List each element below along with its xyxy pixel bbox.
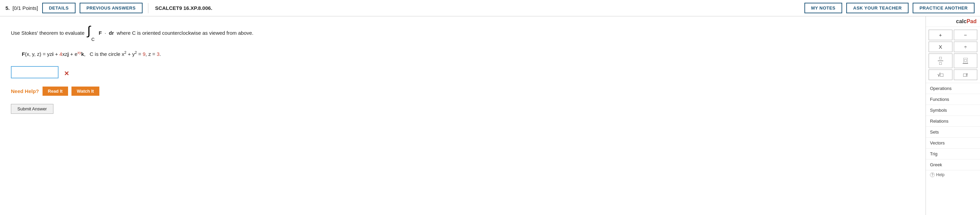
menu-item-vectors[interactable]: Vectors xyxy=(926,138,980,149)
answer-input-box[interactable] xyxy=(11,66,59,79)
watch-it-button[interactable]: Watch It xyxy=(72,87,99,96)
multiply-button[interactable]: X xyxy=(929,42,953,52)
calcpad-sidebar: calcPad + − X ÷ □ □ □ xyxy=(926,16,980,215)
dot-product: · xyxy=(105,30,106,36)
calcpad-buttons: + − X ÷ □ □ □ xyxy=(926,27,980,83)
menu-item-operations[interactable]: Operations xyxy=(926,83,980,94)
math-equation-line: F(x, y, z) = yzi + 4xzj + exyk, C is the… xyxy=(22,49,915,59)
menu-item-sets[interactable]: Sets xyxy=(926,127,980,138)
fraction-button[interactable]: □ □ xyxy=(929,53,953,68)
incorrect-mark: ✕ xyxy=(64,70,69,77)
menu-item-functions[interactable]: Functions xyxy=(926,94,980,105)
fraction-icon: □ □ xyxy=(930,56,951,66)
where-text: where C is oriented counterclockwise as … xyxy=(117,30,253,36)
integral-subscript: C xyxy=(92,35,95,43)
divide-button[interactable]: ÷ xyxy=(954,42,978,52)
header-bar: 5. [0/1 Points] DETAILS PREVIOUS ANSWERS… xyxy=(0,0,980,16)
q-num: 5. xyxy=(5,5,10,11)
bold-dr: dr xyxy=(109,30,114,36)
menu-item-greek[interactable]: Greek xyxy=(926,159,980,170)
bold-F: F xyxy=(99,30,102,36)
F-function: F xyxy=(22,51,25,57)
problem-text: Use Stokes' theorem to evaluate ∫ C F · … xyxy=(11,24,915,42)
problem-section: Use Stokes' theorem to evaluate ∫ C F · … xyxy=(0,16,926,215)
answer-row: ✕ xyxy=(11,66,915,81)
need-help-row: Need Help? Read It Watch It xyxy=(11,87,915,96)
instruction-text: Use Stokes' theorem to evaluate xyxy=(11,30,84,36)
help-label: Help xyxy=(936,172,945,177)
calcpad-help[interactable]: ? Help xyxy=(926,170,980,179)
plus-button[interactable]: + xyxy=(929,30,953,40)
box-fraction-button[interactable]: □ xyxy=(954,53,978,68)
previous-answers-button[interactable]: PREVIOUS ANSWERS xyxy=(80,3,143,13)
menu-item-relations[interactable]: Relations xyxy=(926,116,980,127)
factorial-button[interactable]: □! xyxy=(954,69,978,80)
pad-text: Pad xyxy=(967,18,977,24)
ask-teacher-button[interactable]: ASK YOUR TEACHER xyxy=(846,3,908,13)
help-icon: ? xyxy=(930,172,935,177)
submit-answer-button[interactable]: Submit Answer xyxy=(11,104,53,114)
box-fraction-icon: □ xyxy=(956,58,976,64)
minus-button[interactable]: − xyxy=(954,30,978,40)
calc-text: calc xyxy=(956,18,967,24)
question-number: 5. [0/1 Points] xyxy=(5,5,38,11)
menu-item-trig[interactable]: Trig xyxy=(926,149,980,159)
exponent-xy: xy xyxy=(78,50,81,55)
problem-id: SCALCET9 16.XP.8.006. xyxy=(155,5,212,11)
calcpad-menu: Operations Functions Symbols Relations S… xyxy=(926,83,980,170)
main-container: 5. [0/1 Points] DETAILS PREVIOUS ANSWERS… xyxy=(0,0,980,215)
need-help-label: Need Help? xyxy=(11,88,39,94)
points-label: [0/1 Points] xyxy=(13,5,38,11)
calcpad-header: calcPad xyxy=(926,16,980,27)
submit-row: Submit Answer xyxy=(11,104,915,114)
my-notes-button[interactable]: MY NOTES xyxy=(804,3,843,13)
content-area: Use Stokes' theorem to evaluate ∫ C F · … xyxy=(0,16,980,215)
details-button[interactable]: DETAILS xyxy=(42,3,76,13)
integral-symbol: ∫ xyxy=(88,24,91,37)
integral-expression: ∫ C xyxy=(88,24,95,42)
read-it-button[interactable]: Read It xyxy=(43,87,68,96)
sqrt-button[interactable]: √□ xyxy=(929,69,953,80)
practice-another-button[interactable]: PRACTICE ANOTHER xyxy=(913,3,975,13)
menu-item-symbols[interactable]: Symbols xyxy=(926,105,980,116)
header-divider xyxy=(148,3,148,13)
